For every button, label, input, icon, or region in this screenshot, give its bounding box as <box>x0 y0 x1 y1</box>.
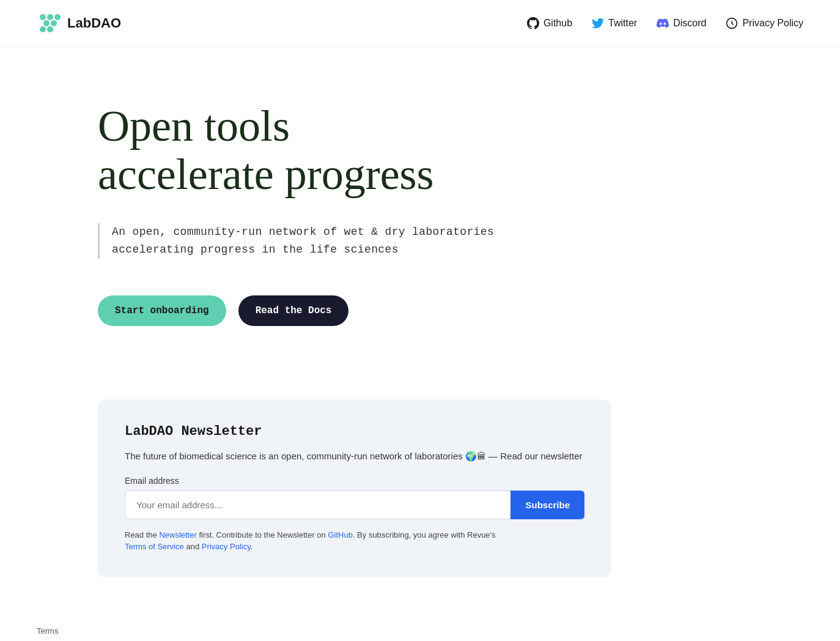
email-label: Email address <box>125 476 584 486</box>
hero-quote: An open, community-run network of wet & … <box>98 223 575 259</box>
footer-terms-link[interactable]: Terms <box>37 626 58 635</box>
start-onboarding-button[interactable]: Start onboarding <box>98 295 226 326</box>
svg-point-2 <box>54 14 61 20</box>
twitter-icon <box>592 17 604 29</box>
hero-quote-text: An open, community-run network of wet & … <box>112 223 575 259</box>
svg-point-0 <box>40 14 46 20</box>
svg-point-6 <box>47 26 53 32</box>
nav-link-privacy[interactable]: Privacy Policy <box>726 17 803 29</box>
svg-point-1 <box>47 14 53 20</box>
newsletter-title: LabDAO Newsletter <box>125 424 584 439</box>
nav-links: Github Twitter Discord Privacy Policy <box>527 17 803 29</box>
nav-link-twitter[interactable]: Twitter <box>592 17 637 29</box>
subscribe-button[interactable]: Subscribe <box>510 491 584 519</box>
hero-section: Open tools accelerate progress An open, … <box>0 47 840 363</box>
privacy-policy-link[interactable]: Privacy Policy <box>202 542 251 551</box>
privacy-icon <box>726 17 738 29</box>
newsletter-section: LabDAO Newsletter The future of biomedic… <box>98 399 611 577</box>
github-label: Github <box>543 18 572 29</box>
discord-label: Discord <box>673 18 706 29</box>
email-input[interactable] <box>125 491 510 519</box>
github-link[interactable]: GitHub <box>328 530 352 539</box>
svg-point-5 <box>40 26 46 32</box>
nav-link-github[interactable]: Github <box>527 17 572 29</box>
discord-icon <box>657 17 669 29</box>
newsletter-link[interactable]: Newsletter <box>159 530 196 539</box>
newsletter-form: Subscribe <box>125 491 584 519</box>
newsletter-footer: Read the Newsletter first. Contribute to… <box>125 529 584 553</box>
privacy-label: Privacy Policy <box>742 18 803 29</box>
twitter-label: Twitter <box>608 18 637 29</box>
hero-buttons: Start onboarding Read the Docs <box>98 295 803 326</box>
svg-point-3 <box>43 20 50 26</box>
read-docs-button[interactable]: Read the Docs <box>238 295 349 326</box>
logo-text: LabDAO <box>67 15 121 31</box>
nav-link-discord[interactable]: Discord <box>657 17 706 29</box>
newsletter-description: The future of biomedical science is an o… <box>125 449 584 464</box>
svg-point-4 <box>51 20 57 26</box>
hero-title: Open tools accelerate progress <box>98 102 803 199</box>
page-footer: Terms <box>0 614 840 641</box>
logo-icon <box>37 11 61 35</box>
github-icon <box>527 17 539 29</box>
logo-link[interactable]: LabDAO <box>37 11 121 35</box>
navbar: LabDAO Github Twitter Discord <box>0 0 840 47</box>
terms-of-service-link[interactable]: Terms of Service <box>125 542 184 551</box>
